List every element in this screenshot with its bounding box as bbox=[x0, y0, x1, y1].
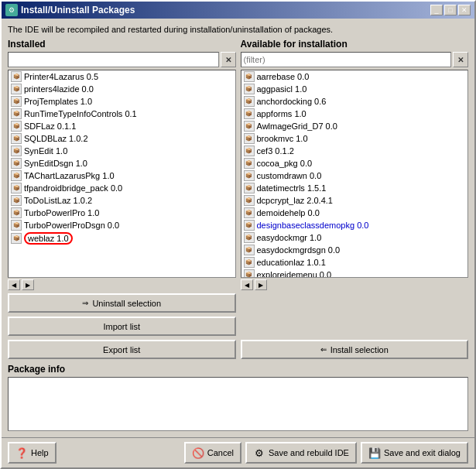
available-label: Available for installation bbox=[241, 39, 469, 50]
save-rebuild-button[interactable]: ⚙ Save and rebuild IDE bbox=[245, 442, 357, 464]
list-item[interactable]: 📦 TurboPowerlProDsgn 0.0 bbox=[9, 219, 235, 231]
pkg-icon: 📦 bbox=[11, 71, 22, 82]
available-scroll-controls: ◀ ▶ bbox=[241, 279, 469, 290]
weblaz-list-item[interactable]: 📦 weblaz 1.0 bbox=[9, 231, 235, 245]
install-button[interactable]: ⇐ Install selection bbox=[241, 340, 469, 359]
pkg-icon: 📦 bbox=[11, 133, 22, 144]
help-button[interactable]: ❓ Help bbox=[8, 442, 57, 464]
list-item[interactable]: 📦 dcpcrypt_laz 2.0.4.1 bbox=[241, 194, 468, 207]
window-content: The IDE will be recompiled and restarted… bbox=[2, 19, 474, 437]
window-icon: ⚙ bbox=[5, 4, 18, 16]
list-item[interactable]: 📦 brookmvc 1.0 bbox=[241, 132, 468, 145]
pkg-icon: 📦 bbox=[244, 220, 255, 231]
list-item[interactable]: 📦 cocoa_pkg 0.0 bbox=[241, 157, 468, 169]
pkg-icon: 📦 bbox=[11, 183, 22, 193]
package-info-label: Package info bbox=[8, 364, 468, 375]
pkg-icon: 📦 bbox=[11, 233, 22, 244]
list-item[interactable]: 📦 ProjTemplates 1.0 bbox=[9, 95, 235, 108]
installed-filter-input[interactable] bbox=[8, 52, 219, 67]
list-item[interactable]: 📦 SQLDBLaz 1.0.2 bbox=[9, 132, 235, 145]
list-item[interactable]: 📦 customdrawn 0.0 bbox=[241, 169, 468, 182]
pkg-icon: 📦 bbox=[244, 158, 255, 169]
help-icon: ❓ bbox=[15, 447, 28, 459]
cancel-button[interactable]: 🚫 Cancel bbox=[184, 442, 241, 464]
list-item[interactable]: 📦 designbaseclassdemopkg 0.0 bbox=[241, 219, 468, 231]
pkg-icon: 📦 bbox=[11, 145, 22, 156]
pkg-icon: 📦 bbox=[11, 108, 22, 119]
pkg-icon: 📦 bbox=[244, 96, 255, 107]
list-item[interactable]: 📦 ToDoListLaz 1.0.2 bbox=[9, 194, 235, 207]
list-item[interactable]: 📦 TAChartLazarusPkg 1.0 bbox=[9, 169, 235, 182]
pkg-icon: 📦 bbox=[11, 207, 22, 218]
list-item[interactable]: 📦 TurboPowerlPro 1.0 bbox=[9, 207, 235, 219]
list-item[interactable]: 📦 educationlaz 1.0.1 bbox=[241, 256, 468, 269]
pkg-icon: 📦 bbox=[244, 145, 255, 156]
list-item[interactable]: 📦 AwlmageGrid_D7 0.0 bbox=[241, 120, 468, 132]
export-button[interactable]: Export list bbox=[8, 340, 236, 359]
list-item[interactable]: 📦 RunTimeTypeInfoControls 0.1 bbox=[9, 108, 235, 120]
window-title: Install/Uninstall Packages bbox=[21, 5, 135, 15]
title-bar: ⚙ Install/Uninstall Packages _ □ ✕ bbox=[2, 2, 474, 19]
list-item[interactable]: 📦 aarrebase 0.0 bbox=[241, 70, 468, 83]
installed-list[interactable]: 📦 Printer4Lazarus 0.5 📦 printers4lazide … bbox=[8, 70, 236, 278]
pkg-icon: 📦 bbox=[11, 195, 22, 206]
available-list[interactable]: 📦 aarrebase 0.0 📦 aggpasicl 1.0 📦 anchor… bbox=[241, 70, 469, 278]
import-button[interactable]: Import list bbox=[8, 317, 236, 336]
list-item[interactable]: 📦 appforms 1.0 bbox=[241, 108, 468, 120]
pkg-icon: 📦 bbox=[244, 71, 255, 82]
pkg-icon: 📦 bbox=[244, 108, 255, 119]
list-item[interactable]: 📦 datetimectrls 1.5.1 bbox=[241, 182, 468, 194]
uninstall-button[interactable]: ⇒ Uninstall selection bbox=[8, 293, 236, 313]
panels-row: Installed ✕ 📦 Printer4Lazarus 0.5 📦 prin… bbox=[8, 39, 468, 359]
pkg-icon: 📦 bbox=[244, 257, 255, 268]
pkg-icon: 📦 bbox=[244, 207, 255, 218]
installed-filter-clear[interactable]: ✕ bbox=[221, 52, 236, 67]
minimize-button[interactable]: _ bbox=[430, 5, 443, 15]
scroll-right-arrow[interactable]: ▶ bbox=[255, 279, 267, 290]
available-buttons: ⇐ Install selection bbox=[241, 293, 469, 359]
close-button[interactable]: ✕ bbox=[458, 5, 471, 15]
installed-panel: Installed ✕ 📦 Printer4Lazarus 0.5 📦 prin… bbox=[8, 39, 236, 359]
list-item[interactable]: 📦 exploreidemenu 0.0 bbox=[241, 269, 468, 278]
scroll-right-arrow[interactable]: ▶ bbox=[22, 279, 34, 290]
available-filter-input[interactable] bbox=[241, 52, 452, 67]
pkg-icon: 📦 bbox=[244, 84, 255, 94]
exit-icon: 💾 bbox=[368, 447, 381, 459]
list-item[interactable]: 📦 aggpasicl 1.0 bbox=[241, 83, 468, 95]
installed-filter-row: ✕ bbox=[8, 52, 236, 67]
list-item[interactable]: 📦 easydockmgr 1.0 bbox=[241, 231, 468, 244]
main-window: ⚙ Install/Uninstall Packages _ □ ✕ The I… bbox=[0, 0, 476, 469]
rebuild-icon: ⚙ bbox=[253, 447, 265, 459]
pkg-icon: 📦 bbox=[244, 170, 255, 181]
weblaz-label: weblaz 1.0 bbox=[24, 232, 73, 245]
list-item[interactable]: 📦 demoidehelp 0.0 bbox=[241, 207, 468, 219]
save-exit-button[interactable]: 💾 Save and exit dialog bbox=[361, 442, 468, 464]
scroll-left-arrow[interactable]: ◀ bbox=[8, 279, 20, 290]
pkg-icon: 📦 bbox=[244, 232, 255, 243]
list-item[interactable]: 📦 cef3 0.1.2 bbox=[241, 145, 468, 157]
title-bar-left: ⚙ Install/Uninstall Packages bbox=[5, 4, 135, 16]
pkg-icon: 📦 bbox=[11, 220, 22, 231]
list-item[interactable]: 📦 tfpandroidbridge_pack 0.0 bbox=[9, 182, 235, 194]
pkg-icon: 📦 bbox=[244, 195, 255, 206]
available-panel: Available for installation ✕ 📦 aarrebase… bbox=[241, 39, 469, 359]
pkg-icon: 📦 bbox=[244, 245, 255, 255]
pkg-icon: 📦 bbox=[11, 84, 22, 94]
available-filter-row: ✕ bbox=[241, 52, 469, 67]
installed-scroll-controls: ◀ ▶ bbox=[8, 279, 236, 290]
available-filter-clear[interactable]: ✕ bbox=[453, 52, 468, 67]
pkg-icon: 📦 bbox=[244, 269, 255, 278]
cancel-icon: 🚫 bbox=[192, 447, 204, 459]
list-item[interactable]: 📦 Printer4Lazarus 0.5 bbox=[9, 70, 235, 83]
scroll-left-arrow[interactable]: ◀ bbox=[241, 279, 253, 290]
list-item[interactable]: 📦 SynEditDsgn 1.0 bbox=[9, 157, 235, 169]
list-item[interactable]: 📦 SynEdit 1.0 bbox=[9, 145, 235, 157]
package-info-section: Package info bbox=[8, 364, 468, 431]
list-item[interactable]: 📦 easydockmgrdsgn 0.0 bbox=[241, 244, 468, 256]
list-item[interactable]: 📦 printers4lazide 0.0 bbox=[9, 83, 235, 95]
maximize-button[interactable]: □ bbox=[444, 5, 457, 15]
title-buttons: _ □ ✕ bbox=[430, 5, 471, 15]
info-text: The IDE will be recompiled and restarted… bbox=[8, 25, 468, 34]
list-item[interactable]: 📦 SDFLaz 0.1.1 bbox=[9, 120, 235, 132]
list-item[interactable]: 📦 anchordocking 0.6 bbox=[241, 95, 468, 108]
